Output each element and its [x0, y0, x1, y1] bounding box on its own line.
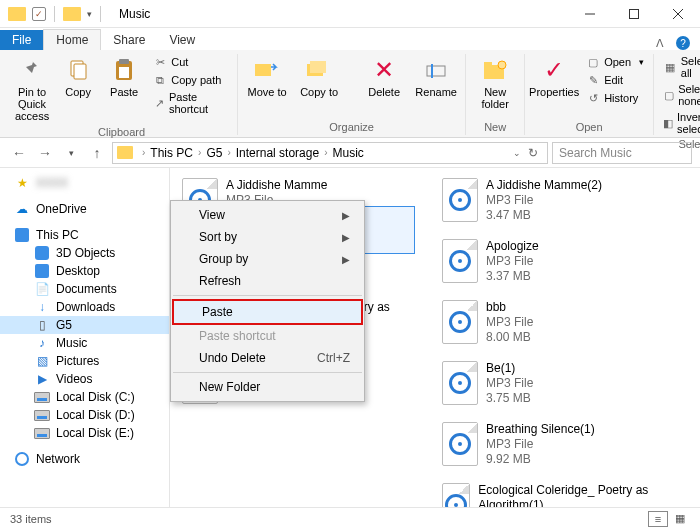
crumb-music[interactable]: Music	[332, 146, 363, 160]
crumb-thispc[interactable]: This PC	[150, 146, 193, 160]
tree-thispc[interactable]: This PC	[0, 226, 169, 244]
ctx-group-by[interactable]: Group by▶	[171, 248, 364, 270]
move-to-button[interactable]: Move to	[244, 54, 290, 100]
ctx-new-folder[interactable]: New Folder	[171, 376, 364, 398]
window-title: Music	[119, 7, 150, 21]
tree-network[interactable]: Network	[0, 450, 169, 468]
crumb-internal[interactable]: Internal storage	[236, 146, 319, 160]
select-all-button[interactable]: ▦Select all	[660, 54, 700, 80]
help-button[interactable]: ?	[676, 36, 690, 50]
delete-button[interactable]: ✕ Delete	[361, 54, 407, 100]
move-icon	[251, 56, 283, 84]
properties-button[interactable]: ✓ Properties	[531, 54, 577, 100]
close-button[interactable]	[656, 0, 700, 28]
ctx-view[interactable]: View▶	[171, 204, 364, 226]
file-item[interactable]: Be(1)MP3 File3.75 MB	[442, 361, 662, 406]
tree-desktop[interactable]: Desktop	[0, 262, 169, 280]
minimize-button[interactable]	[568, 0, 612, 28]
tree-onedrive[interactable]: ☁OneDrive	[0, 200, 169, 218]
tiles-view-button[interactable]: ▦	[670, 511, 690, 527]
rename-button[interactable]: Rename	[413, 54, 459, 100]
tree-videos[interactable]: ▶Videos	[0, 370, 169, 388]
qat-folder-icon[interactable]	[63, 7, 81, 21]
svg-rect-5	[74, 64, 86, 79]
crumb-g5[interactable]: G5	[206, 146, 222, 160]
tab-file[interactable]: File	[0, 30, 43, 50]
svg-rect-7	[119, 59, 129, 64]
copy-path-button[interactable]: ⧉Copy path	[150, 72, 231, 88]
file-item[interactable]: A Jiddishe Mamme(2)MP3 File3.47 MB	[442, 178, 662, 223]
file-name: Be(1)	[486, 361, 533, 376]
file-size: 3.75 MB	[486, 391, 533, 406]
pin-quick-access-button[interactable]: Pin to Quick access	[12, 54, 52, 124]
maximize-button[interactable]	[612, 0, 656, 28]
paste-shortcut-button[interactable]: ↗Paste shortcut	[150, 90, 231, 116]
file-size: 8.00 MB	[486, 330, 533, 345]
file-item[interactable]: bbbMP3 File8.00 MB	[442, 300, 662, 345]
star-icon: ★	[14, 176, 30, 190]
rename-icon	[420, 56, 452, 84]
forward-button[interactable]: →	[34, 142, 56, 164]
file-item[interactable]: ApologizeMP3 File3.37 MB	[442, 239, 662, 284]
tree-diske[interactable]: Local Disk (E:)	[0, 424, 169, 442]
mp3-icon	[442, 483, 470, 507]
history-icon: ↺	[586, 91, 600, 105]
history-button[interactable]: ↺History	[583, 90, 647, 106]
file-type: MP3 File	[486, 376, 533, 391]
invert-selection-button[interactable]: ◧Invert selection	[660, 110, 700, 136]
file-item[interactable]: Ecological Coleridge_ Poetry as Algorith…	[442, 483, 662, 507]
title-bar: ✓ ▾ Music	[0, 0, 700, 28]
qat-checkbox-icon[interactable]: ✓	[32, 7, 46, 21]
tree-pictures[interactable]: ▧Pictures	[0, 352, 169, 370]
tab-share[interactable]: Share	[101, 30, 157, 50]
drive-icon	[34, 428, 50, 439]
ctx-sort-by[interactable]: Sort by▶	[171, 226, 364, 248]
cloud-icon: ☁	[14, 202, 30, 216]
tree-documents[interactable]: 📄Documents	[0, 280, 169, 298]
tab-home[interactable]: Home	[43, 29, 101, 50]
details-view-button[interactable]: ≡	[648, 511, 668, 527]
search-input[interactable]: Search Music	[552, 142, 692, 164]
tree-3d-objects[interactable]: 3D Objects	[0, 244, 169, 262]
edit-button[interactable]: ✎Edit	[583, 72, 647, 88]
tree-g5[interactable]: ▯G5	[0, 316, 169, 334]
copy-to-button[interactable]: Copy to	[296, 54, 342, 100]
ribbon-collapse-icon[interactable]: ᐱ	[656, 37, 664, 50]
copy-icon	[62, 56, 94, 84]
folder-icon	[8, 7, 26, 21]
drive-icon	[34, 410, 50, 421]
ctx-undo-delete[interactable]: Undo DeleteCtrl+Z	[171, 347, 364, 369]
file-name: A Jiddishe Mamme(2)	[486, 178, 602, 193]
tab-view[interactable]: View	[157, 30, 207, 50]
nav-tree[interactable]: ★XXXX ☁OneDrive This PC 3D Objects Deskt…	[0, 168, 170, 507]
cut-button[interactable]: ✂Cut	[150, 54, 231, 70]
select-none-button[interactable]: ▢Select none	[660, 82, 700, 108]
tree-quick-access[interactable]: ★XXXX	[0, 174, 169, 192]
mp3-icon	[442, 361, 478, 405]
breadcrumb[interactable]: › This PC› G5› Internal storage› Music ⌄…	[112, 142, 548, 164]
history-dropdown[interactable]: ▾	[60, 142, 82, 164]
svg-rect-12	[427, 66, 445, 76]
tree-downloads[interactable]: ↓Downloads	[0, 298, 169, 316]
new-folder-button[interactable]: New folder	[472, 54, 518, 112]
tree-diskc[interactable]: Local Disk (C:)	[0, 388, 169, 406]
ctx-paste[interactable]: Paste	[174, 301, 361, 323]
group-organize: Move to Copy to ✕ Delete Rename Organize	[238, 54, 466, 135]
open-button[interactable]: ▢Open▾	[583, 54, 647, 70]
edit-icon: ✎	[586, 73, 600, 87]
tree-music[interactable]: ♪Music	[0, 334, 169, 352]
file-item[interactable]: Breathing Silence(1)MP3 File9.92 MB	[442, 422, 662, 467]
context-menu[interactable]: View▶ Sort by▶ Group by▶ Refresh Paste P…	[170, 200, 365, 402]
group-label-organize: Organize	[329, 119, 374, 135]
phone-icon: ▯	[34, 318, 50, 332]
copy-button[interactable]: Copy	[58, 54, 98, 100]
group-label-new: New	[484, 119, 506, 135]
tree-diskd[interactable]: Local Disk (D:)	[0, 406, 169, 424]
ctx-refresh[interactable]: Refresh	[171, 270, 364, 292]
paste-button[interactable]: Paste	[104, 54, 144, 100]
svg-rect-11	[310, 61, 326, 73]
status-bar: 33 items ≡ ▦	[0, 507, 700, 529]
up-button[interactable]: ↑	[86, 142, 108, 164]
refresh-button[interactable]: ↻	[523, 146, 543, 160]
back-button[interactable]: ←	[8, 142, 30, 164]
